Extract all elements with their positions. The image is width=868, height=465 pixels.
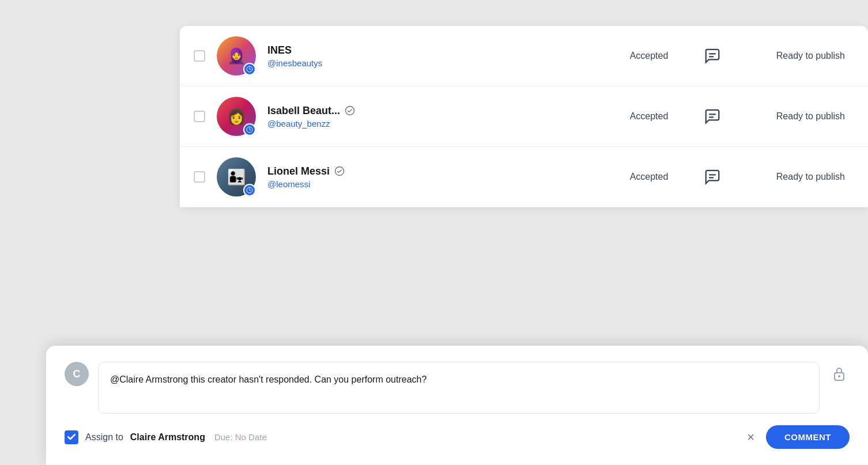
platform-badge-isabell [243,123,256,136]
platform-badge-ines [243,63,256,75]
comment-textbox[interactable] [98,362,820,414]
influencer-list-panel: 🧕 INES @inesbeautys Accepted Ready to pu… [180,26,868,207]
commenter-avatar: C [65,362,89,386]
avatar-isabell: 👩 [217,97,256,136]
creator-name-lionel: Lionel Messi [267,165,603,177]
row-checkbox-lionel[interactable] [194,171,205,183]
table-row: 👩 Isabell Beaut... @beauty_benzz Accepte… [180,86,868,147]
creator-handle-ines[interactable]: @inesbeautys [267,58,603,68]
verified-icon-isabell [345,105,355,116]
table-row: 👨‍👧 Lionel Messi @leomessi Accepted [180,147,868,207]
row-checkbox-isabell[interactable] [194,111,205,122]
comment-input-area: C [65,362,850,414]
avatar-lionel: 👨‍👧 [217,157,256,196]
comment-button[interactable]: COMMENT [766,425,850,449]
row-checkbox-ines[interactable] [194,50,205,62]
publish-status-isabell: Ready to publish [730,111,845,122]
comment-popup: C Assign to Claire Armstrong Due: No Dat… [46,346,868,465]
comment-footer: Assign to Claire Armstrong Due: No Date … [65,425,850,449]
status-ines: Accepted [603,51,695,61]
creator-handle-lionel[interactable]: @leomessi [267,179,603,189]
verified-icon-lionel [334,166,345,176]
creator-name-isabell: Isabell Beaut... [267,105,603,117]
status-isabell: Accepted [603,111,695,122]
creator-info-lionel: Lionel Messi @leomessi [267,165,603,189]
close-button[interactable]: × [742,428,759,447]
due-date: Due: No Date [214,432,267,442]
publish-status-ines: Ready to publish [730,51,845,61]
publish-status-lionel: Ready to publish [730,172,845,182]
creator-handle-isabell[interactable]: @beauty_benzz [267,119,603,128]
creator-info-ines: INES @inesbeautys [267,44,603,68]
comment-icon-col-isabell[interactable] [695,108,730,125]
svg-point-10 [838,375,840,377]
platform-badge-lionel [243,184,256,196]
assign-name: Claire Armstrong [130,432,205,443]
comment-icon-col-ines[interactable] [695,47,730,65]
comment-icon-col-lionel[interactable] [695,168,730,186]
creator-info-isabell: Isabell Beaut... @beauty_benzz [267,105,603,128]
table-row: 🧕 INES @inesbeautys Accepted Ready to pu… [180,26,868,86]
status-lionel: Accepted [603,172,695,182]
lock-icon [829,362,850,381]
assign-to-label: Assign to [85,432,123,443]
creator-name-ines: INES [267,44,603,56]
avatar-ines: 🧕 [217,36,256,75]
assign-checkbox[interactable] [65,430,78,444]
